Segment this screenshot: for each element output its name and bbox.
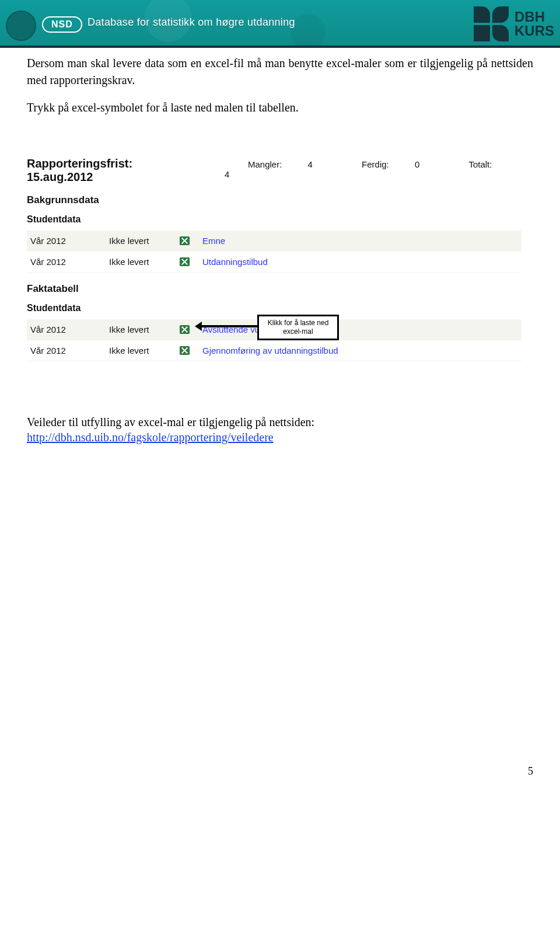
status-label: Ikke levert [109,236,179,246]
banner-title: Database for statistikk om høgre utdanni… [88,16,295,29]
table-row: Vår 2012 Ikke levert Utdanningstilbud [27,252,522,273]
row-link[interactable]: Gjennomføring av utdanningstilbud [202,346,518,355]
status-label: Ikke levert [109,325,179,334]
section-faktatabell: Faktatabell [27,283,522,295]
logo-text-line1: DBH [514,10,554,24]
veileder-text: Veileder til utfylling av excel-mal er t… [27,414,533,431]
logo-grid-icon [474,6,509,41]
rows-block-2: Klikk for å laste ned excel-mal Vår 2012… [27,319,522,361]
excel-icon[interactable] [179,345,190,356]
row-link[interactable]: Emne [202,236,518,246]
excel-icon[interactable] [179,235,190,246]
dbh-kurs-logo: DBH KURS [474,4,554,44]
ferdig-label: Ferdig: [362,159,389,169]
section-bakgrunnsdata: Bakgrunnsdata [27,194,522,206]
paragraph-2: Trykk på excel-symbolet for å laste ned … [27,99,533,116]
ferdig-value: 0 [415,159,419,169]
table-row: Vår 2012 Ikke levert Emne [27,231,522,252]
excel-icon[interactable] [179,256,190,267]
totalt-label: Totalt: [468,159,492,169]
subsection-studentdata-1: Studentdata [27,214,522,225]
period-label: Vår 2012 [30,325,109,334]
header-banner: NSD Database for statistikk om høgre utd… [0,0,560,48]
seal-icon [6,11,36,41]
subsection-studentdata-2: Studentdata [27,303,522,313]
row-link[interactable]: Utdanningstilbud [202,257,518,267]
paragraph-1: Dersom man skal levere data som en excel… [27,55,533,89]
logo-text-line2: KURS [514,24,554,38]
totalt-value: 4 [225,169,229,179]
page-number: 5 [0,765,560,777]
mangler-value: 4 [308,159,313,169]
status-label: Ikke levert [109,346,179,355]
rows-block-1: Vår 2012 Ikke levert Emne Vår 2012 Ikke … [27,231,522,273]
mangler-label: Mangler: [248,159,282,169]
deadline-label: Rapporteringsfrist: 15.aug.2012 [27,157,201,184]
callout-box: Klikk for å laste ned excel-mal [257,315,339,340]
nsd-logo: NSD [42,16,82,33]
callout-arrow-icon [197,325,257,327]
excel-icon[interactable] [179,324,190,335]
period-label: Vår 2012 [30,236,109,246]
status-label: Ikke levert [109,257,179,267]
table-row: Vår 2012 Ikke levert Gjennomføring av ut… [27,340,522,361]
period-label: Vår 2012 [30,346,109,355]
stats-block: Mangler: 4 Ferdig: 0 Totalt: 4 [201,159,522,179]
veileder-link[interactable]: http://dbh.nsd.uib.no/fagskole/rapporter… [27,431,274,444]
period-label: Vår 2012 [30,257,109,267]
embedded-screenshot: Rapporteringsfrist: 15.aug.2012 Mangler:… [27,157,522,361]
